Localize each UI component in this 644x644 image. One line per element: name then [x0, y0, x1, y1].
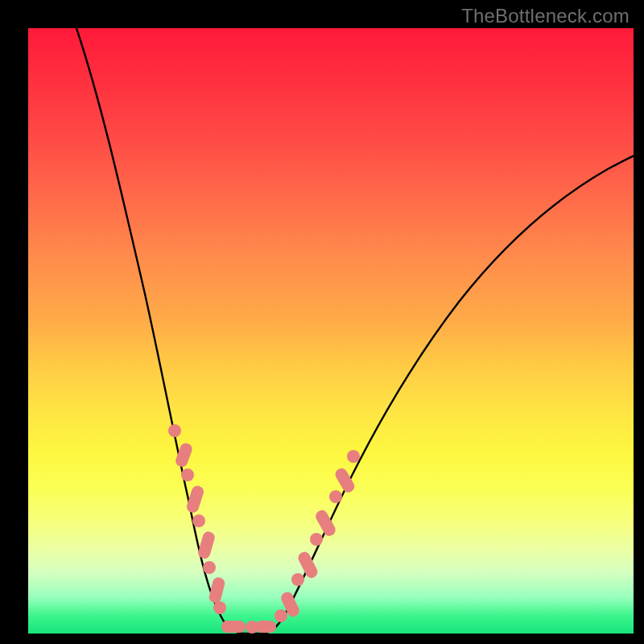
svg-rect-11 — [255, 621, 276, 633]
svg-point-4 — [192, 514, 205, 527]
plot-area — [28, 28, 634, 634]
bottleneck-curve — [76, 28, 634, 634]
svg-point-12 — [275, 609, 287, 622]
svg-point-2 — [181, 469, 194, 481]
chart-frame: TheBottleneck.com — [0, 0, 644, 644]
svg-point-18 — [329, 490, 342, 503]
svg-rect-9 — [221, 621, 246, 633]
marker-band — [168, 424, 360, 634]
svg-point-6 — [203, 561, 216, 574]
svg-point-0 — [168, 424, 181, 437]
svg-rect-19 — [333, 466, 357, 494]
svg-point-20 — [347, 450, 360, 463]
svg-rect-5 — [197, 530, 217, 560]
watermark-text: TheBottleneck.com — [461, 5, 630, 27]
svg-point-8 — [213, 601, 226, 614]
svg-point-16 — [310, 533, 323, 546]
svg-point-14 — [291, 573, 304, 586]
curve-layer — [28, 28, 634, 634]
